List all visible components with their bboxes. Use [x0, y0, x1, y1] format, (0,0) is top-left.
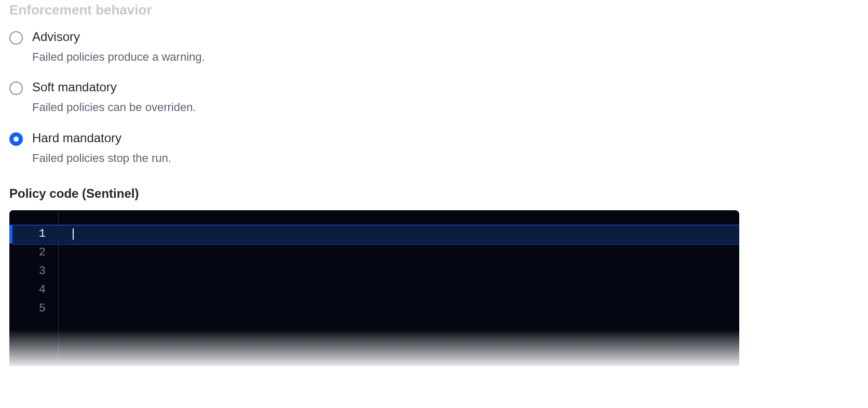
line-content: [52, 281, 739, 300]
radio-label: Hard mandatory: [32, 131, 171, 146]
radio-description: Failed policies can be overriden.: [32, 100, 196, 115]
policy-code-heading: Policy code (Sentinel): [9, 186, 859, 201]
line-number: 1: [9, 225, 52, 243]
radio-icon: [9, 31, 23, 45]
line-content: [52, 243, 739, 262]
radio-text: Advisory Failed policies produce a warni…: [32, 30, 205, 64]
editor-line-5[interactable]: 5: [9, 300, 739, 318]
line-content: [52, 300, 739, 318]
radio-text: Soft mandatory Failed policies can be ov…: [32, 80, 196, 115]
policy-form-fragment: Enforcement behavior Advisory Failed pol…: [0, 2, 868, 366]
radio-icon-selected: [9, 132, 23, 146]
radio-label: Soft mandatory: [32, 80, 196, 95]
enforcement-option-soft-mandatory[interactable]: Soft mandatory Failed policies can be ov…: [9, 80, 859, 115]
editor-inner: 1 2 3 4 5: [9, 210, 739, 366]
line-number: 4: [9, 281, 52, 300]
editor-line-1[interactable]: 1: [9, 225, 739, 243]
line-number: 2: [9, 243, 52, 262]
editor-line-2[interactable]: 2: [9, 243, 739, 262]
line-content: [52, 262, 739, 281]
enforcement-behavior-heading: Enforcement behavior: [9, 2, 859, 18]
editor-line-3[interactable]: 3: [9, 262, 739, 281]
line-content: [52, 225, 739, 243]
enforcement-option-hard-mandatory[interactable]: Hard mandatory Failed policies stop the …: [9, 131, 859, 166]
radio-description: Failed policies produce a warning.: [32, 50, 205, 65]
text-cursor-icon: [73, 228, 74, 240]
radio-text: Hard mandatory Failed policies stop the …: [32, 131, 171, 166]
radio-icon: [9, 81, 23, 95]
enforcement-option-advisory[interactable]: Advisory Failed policies produce a warni…: [9, 30, 859, 64]
policy-code-editor[interactable]: 1 2 3 4 5: [9, 210, 739, 366]
radio-description: Failed policies stop the run.: [32, 151, 171, 166]
enforcement-behavior-radio-group: Advisory Failed policies produce a warni…: [9, 30, 859, 166]
line-number: 5: [9, 300, 52, 318]
line-number: 3: [9, 262, 52, 281]
radio-label: Advisory: [32, 30, 205, 45]
editor-line-4[interactable]: 4: [9, 281, 739, 300]
